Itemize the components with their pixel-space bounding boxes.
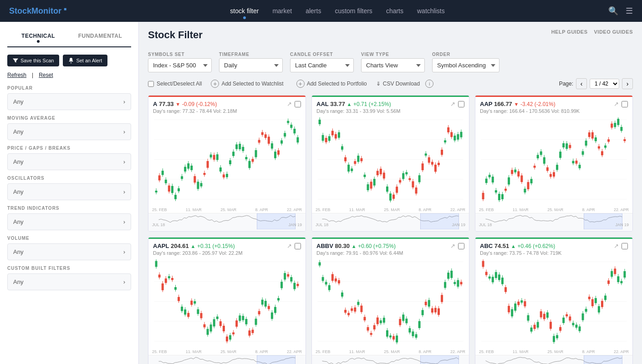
charts-grid: A 77.33 ▼ -0.09 (-0.12%) ↗ Day's range: …	[148, 95, 633, 364]
svg-rect-334	[219, 321, 222, 326]
nav-watchlists[interactable]: watchlists	[417, 5, 445, 16]
svg-rect-468	[444, 282, 446, 288]
csv-download-button[interactable]: ⇓ CSV Download	[376, 81, 420, 87]
svg-rect-324	[204, 324, 206, 328]
svg-rect-412	[354, 308, 356, 312]
filter-dropdown[interactable]: Any ›	[7, 153, 131, 170]
chart-select-checkbox[interactable]	[622, 101, 628, 107]
filter-icon	[13, 58, 18, 63]
svg-rect-128	[360, 158, 362, 162]
tab-technical[interactable]: TECHNICAL	[7, 29, 69, 46]
nav-alerts[interactable]: alerts	[306, 5, 321, 16]
chart-mini-inner: JUL 18JAN 19	[312, 213, 469, 231]
svg-rect-46	[219, 167, 222, 172]
expand-icon[interactable]: ↗	[450, 101, 455, 107]
candle-offset-select[interactable]: Last Candle	[290, 58, 354, 72]
chart-select-checkbox[interactable]	[622, 243, 628, 249]
chart-mini-inner: JUL 18JAN 19	[148, 355, 306, 364]
svg-rect-186	[453, 136, 456, 141]
symbols-set-select[interactable]: Index - S&P 500	[148, 58, 212, 72]
nav-market[interactable]: market	[272, 5, 292, 16]
chart-symbol: ABBV	[316, 243, 333, 249]
svg-rect-498	[501, 278, 504, 284]
filter-dropdown[interactable]: Any ›	[7, 213, 131, 230]
svg-rect-512	[524, 301, 526, 306]
chart-header: AAPL 204.61 ▲ +0.31 (+0.15%) ↗ Day's ran…	[148, 238, 306, 258]
select-all-checkbox-label[interactable]: Select/Deselect All	[148, 81, 202, 87]
search-icon[interactable]: 🔍	[608, 6, 618, 16]
chart-select-checkbox[interactable]	[458, 243, 464, 249]
svg-rect-408	[347, 313, 350, 315]
expand-icon[interactable]: ↗	[450, 243, 455, 249]
expand-icon[interactable]: ↗	[614, 243, 619, 249]
nav-custom-filters[interactable]: custom filters	[335, 5, 372, 16]
svg-rect-456	[425, 302, 427, 305]
add-watchlist-button[interactable]: + Add Selected to Watchlist	[207, 78, 287, 90]
nav-charts[interactable]: charts	[386, 5, 403, 16]
svg-rect-300	[165, 278, 167, 283]
reset-link[interactable]: Reset	[39, 72, 53, 78]
tab-fundamental[interactable]: FUNDAMENTAL	[69, 29, 131, 46]
svg-rect-476	[457, 280, 459, 287]
chart-select-checkbox[interactable]	[295, 101, 301, 107]
video-guides-link[interactable]: VIDEO GUIDES	[594, 29, 633, 35]
chart-select-checkbox[interactable]	[295, 243, 301, 249]
help-guides-link[interactable]: HELP GUIDES	[551, 29, 588, 35]
menu-icon[interactable]: ☰	[626, 6, 633, 16]
svg-rect-308	[178, 297, 180, 301]
add-portfolio-button[interactable]: + Add Selected to Portfolio	[293, 78, 371, 90]
svg-rect-426	[377, 318, 379, 324]
svg-rect-460	[431, 308, 433, 313]
svg-rect-136	[373, 179, 376, 186]
page-next-button[interactable]: ›	[622, 78, 633, 89]
svg-rect-232	[537, 155, 539, 158]
filter-dropdown[interactable]: Any ›	[7, 93, 131, 110]
svg-rect-258	[579, 165, 581, 168]
expand-icon[interactable]: ↗	[287, 243, 292, 249]
svg-rect-216	[511, 170, 513, 174]
filter-dropdown[interactable]: Any ›	[7, 273, 131, 290]
filter-controls: SYMBOLS SET Index - S&P 500 TIMEFRAME Da…	[148, 52, 633, 72]
nav-stock-filter[interactable]: stock filter	[230, 5, 259, 16]
set-alert-button[interactable]: Set an Alert	[63, 55, 107, 66]
brand-logo[interactable]: StockMonitor ■	[9, 6, 66, 16]
svg-rect-479	[421, 355, 459, 364]
expand-icon[interactable]: ↗	[614, 101, 619, 107]
info-icon[interactable]: i	[425, 80, 433, 88]
plus-portfolio-icon: +	[296, 80, 305, 88]
svg-rect-252	[569, 145, 571, 148]
filter-dropdown[interactable]: Any ›	[7, 123, 131, 140]
svg-rect-358	[258, 311, 260, 314]
order-select[interactable]: Symbol Ascending	[432, 58, 499, 72]
page-select[interactable]: 1 / 42	[590, 79, 619, 89]
expand-icon[interactable]: ↗	[287, 101, 292, 107]
timeframe-select[interactable]: Daily	[219, 58, 283, 72]
svg-rect-542	[572, 323, 574, 325]
svg-rect-74	[265, 134, 267, 138]
svg-rect-510	[520, 300, 523, 303]
page-prev-button[interactable]: ‹	[576, 78, 587, 89]
svg-rect-142	[383, 172, 385, 178]
filter-dropdown[interactable]: Any ›	[7, 243, 131, 260]
svg-rect-102	[319, 120, 321, 124]
chevron-right-icon: ›	[123, 158, 125, 165]
chart-mini-labels: JUL 18JAN 19	[312, 222, 469, 227]
chart-select-checkbox[interactable]	[458, 101, 464, 107]
svg-rect-114	[338, 132, 340, 138]
view-type-select[interactable]: Charts View	[361, 58, 425, 72]
svg-rect-204	[492, 177, 494, 182]
svg-rect-434	[389, 335, 392, 337]
svg-rect-552	[588, 297, 591, 299]
refresh-link[interactable]: Refresh	[7, 72, 26, 78]
svg-rect-190	[460, 132, 462, 137]
svg-rect-330	[213, 319, 215, 327]
select-all-checkbox[interactable]	[148, 81, 154, 87]
filter-dropdown[interactable]: Any ›	[7, 183, 131, 200]
save-scan-button[interactable]: Save this Scan	[7, 55, 59, 66]
svg-rect-454	[422, 310, 424, 315]
svg-rect-524	[543, 314, 545, 319]
svg-rect-174	[434, 165, 437, 172]
svg-rect-424	[373, 325, 376, 329]
svg-rect-248	[562, 143, 565, 147]
filter-section-trend-indicators: TREND INDICATORS Any ›	[7, 206, 131, 230]
